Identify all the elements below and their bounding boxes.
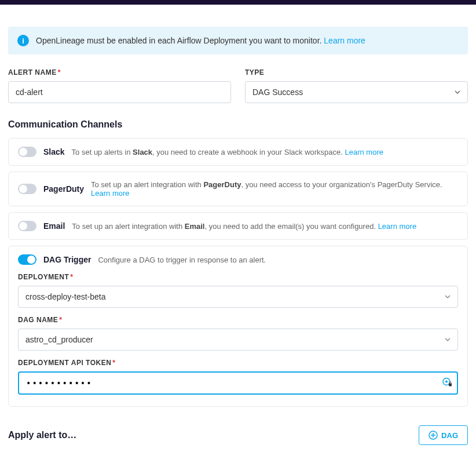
pagerduty-description: To set up an alert integration with Page… bbox=[91, 180, 458, 198]
required-icon: * bbox=[70, 273, 73, 281]
add-dag-button-label: DAG bbox=[441, 431, 458, 440]
alert-name-input[interactable] bbox=[8, 81, 231, 103]
add-dag-button[interactable]: DAG bbox=[419, 425, 468, 445]
banner-message: OpenLineage must be enabled in each Airf… bbox=[36, 36, 321, 45]
token-label: DEPLOYMENT API TOKEN* bbox=[18, 359, 458, 367]
plus-circle-icon bbox=[429, 431, 438, 440]
deployment-select[interactable]: cross-deploy-test-beta bbox=[18, 286, 458, 308]
slack-learn-more-link[interactable]: Learn more bbox=[345, 148, 383, 156]
communication-channels-title: Communication Channels bbox=[8, 119, 468, 130]
dag-name-label: DAG NAME* bbox=[18, 316, 458, 324]
channel-dag-trigger: DAG Trigger Configure a DAG to trigger i… bbox=[8, 246, 468, 407]
slack-name: Slack bbox=[43, 147, 65, 156]
pagerduty-name: PagerDuty bbox=[43, 184, 84, 194]
type-label: TYPE bbox=[245, 68, 468, 76]
deployment-label: DEPLOYMENT* bbox=[18, 273, 458, 281]
apply-alert-title: Apply alert to… bbox=[8, 430, 76, 440]
required-icon: * bbox=[59, 316, 62, 324]
slack-toggle[interactable] bbox=[18, 147, 36, 157]
email-toggle[interactable] bbox=[18, 221, 36, 231]
dag-name-select[interactable]: astro_cd_producer bbox=[18, 329, 458, 351]
svg-point-1 bbox=[445, 381, 448, 383]
pagerduty-learn-more-link[interactable]: Learn more bbox=[91, 189, 129, 198]
dag-trigger-toggle[interactable] bbox=[18, 254, 36, 265]
required-icon: * bbox=[58, 68, 61, 76]
channel-email: Email To set up an alert integration wit… bbox=[8, 212, 468, 240]
slack-description: To set up alerts in Slack, you need to c… bbox=[72, 148, 383, 156]
dag-trigger-description: Configure a DAG to trigger in response t… bbox=[98, 256, 266, 264]
info-icon: i bbox=[17, 35, 29, 46]
deployment-api-token-input[interactable] bbox=[18, 371, 458, 395]
required-icon: * bbox=[112, 359, 115, 367]
email-description: To set up an alert integration with Emai… bbox=[72, 222, 416, 231]
channel-slack: Slack To set up alerts in Slack, you nee… bbox=[8, 138, 468, 166]
email-learn-more-link[interactable]: Learn more bbox=[378, 222, 416, 231]
lock-icon[interactable] bbox=[442, 377, 452, 389]
dag-trigger-name: DAG Trigger bbox=[43, 255, 91, 264]
type-select[interactable]: DAG Success bbox=[245, 81, 468, 103]
alert-name-label: ALERT NAME* bbox=[8, 68, 231, 76]
banner-learn-more-link[interactable]: Learn more bbox=[324, 36, 365, 45]
info-banner: i OpenLineage must be enabled in each Ai… bbox=[8, 27, 468, 54]
svg-rect-2 bbox=[449, 384, 452, 387]
email-name: Email bbox=[43, 221, 65, 231]
top-bar bbox=[0, 0, 476, 5]
pagerduty-toggle[interactable] bbox=[18, 184, 36, 194]
info-banner-text: OpenLineage must be enabled in each Airf… bbox=[36, 36, 365, 45]
channel-pagerduty: PagerDuty To set up an alert integration… bbox=[8, 172, 468, 206]
